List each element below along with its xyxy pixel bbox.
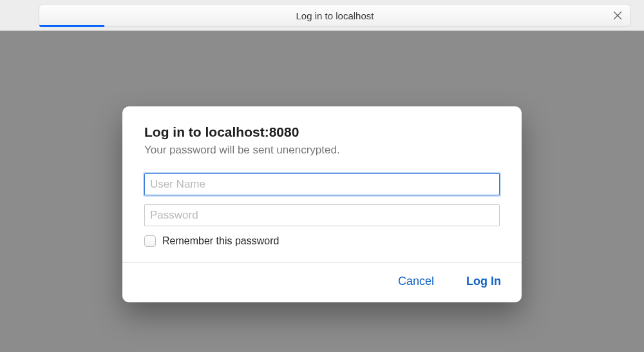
close-icon	[613, 11, 622, 20]
dialog-footer: Cancel Log In	[122, 262, 522, 302]
auth-dialog-body: Log in to localhost:8080 Your password w…	[122, 106, 522, 262]
tab-title: Log in to localhost	[296, 10, 374, 21]
password-row	[144, 204, 500, 226]
username-row	[144, 173, 500, 195]
username-input[interactable]	[144, 173, 500, 195]
tab-bar: Log in to localhost	[39, 4, 631, 27]
close-tab-button[interactable]	[611, 9, 624, 22]
cancel-button[interactable]: Cancel	[394, 272, 438, 291]
auth-dialog: Log in to localhost:8080 Your password w…	[122, 106, 522, 302]
login-button[interactable]: Log In	[462, 272, 505, 291]
remember-password-label: Remember this password	[162, 235, 279, 247]
page-load-progress	[39, 25, 104, 27]
dialog-title: Log in to localhost:8080	[144, 124, 500, 140]
password-input[interactable]	[144, 204, 500, 226]
remember-password-row: Remember this password	[144, 235, 500, 247]
remember-password-checkbox[interactable]	[144, 235, 156, 247]
dialog-subtitle: Your password will be sent unencrypted.	[144, 144, 500, 157]
